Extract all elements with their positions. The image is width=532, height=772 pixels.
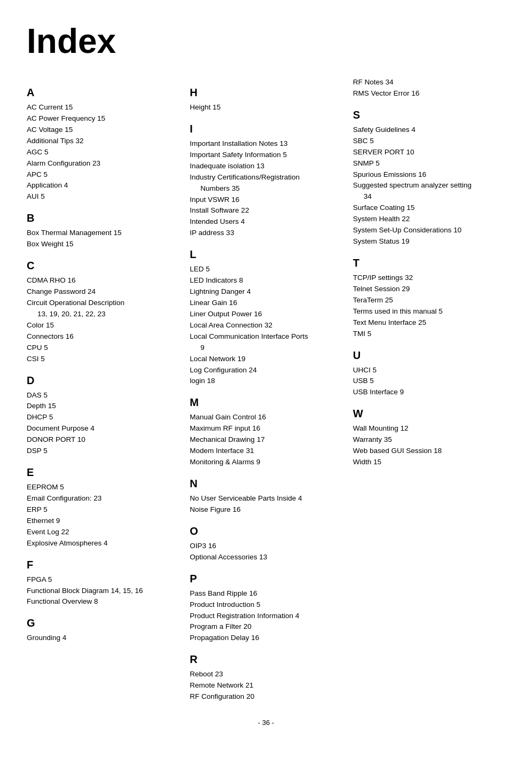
index-entry: Spurious Emissions 16 xyxy=(353,169,505,181)
index-entry: Safety Guidelines 4 xyxy=(353,124,505,136)
section-letter-d: D xyxy=(27,375,179,387)
section-letter-o: O xyxy=(190,525,342,537)
index-entry: Modem Interface 31 xyxy=(190,446,342,457)
index-entry: DAS 5 xyxy=(27,390,179,401)
index-entry: Log Configuration 24 xyxy=(190,365,342,376)
column-3: RF Notes 34RMS Vector Error 16SSafety Gu… xyxy=(353,77,505,703)
index-entry: RF Notes 34 xyxy=(353,77,505,88)
section-letter-u: U xyxy=(353,349,505,362)
index-entry: TCP/IP settings 32 xyxy=(353,272,505,284)
index-entry: AGC 5 xyxy=(27,147,179,158)
index-entry: Install Software 22 xyxy=(190,205,342,216)
index-entry: IP address 33 xyxy=(190,228,342,239)
index-entry: Mechanical Drawing 17 xyxy=(190,434,342,446)
index-entry: Input VSWR 16 xyxy=(190,194,342,206)
index-entry: Important Safety Information 5 xyxy=(190,150,342,161)
index-entry: AC Current 15 xyxy=(27,102,179,113)
index-entry: Depth 15 xyxy=(27,401,179,412)
index-entry: Terms used in this manual 5 xyxy=(353,306,505,317)
section-letter-h: H xyxy=(190,87,342,99)
index-entry: UHCI 5 xyxy=(353,365,505,376)
index-entry: Event Log 22 xyxy=(27,527,179,538)
index-entry: Suggested spectrum analyzer setting xyxy=(353,180,505,191)
page-title: Index xyxy=(27,21,505,61)
index-entry: Optional Accessories 13 xyxy=(190,552,342,563)
section-letter-b: B xyxy=(27,212,179,224)
index-entry: SNMP 5 xyxy=(353,158,505,169)
index-entry: USB 5 xyxy=(353,376,505,387)
index-entry: Surface Coating 15 xyxy=(353,202,505,214)
index-entry: Monitoring & Alarms 9 xyxy=(190,457,342,468)
index-entry: Propagation Delay 16 xyxy=(190,633,342,644)
index-entry: Wall Mounting 12 xyxy=(353,423,505,434)
index-entry: CDMA RHO 16 xyxy=(27,275,179,286)
index-entry: Connectors 16 xyxy=(27,331,179,342)
index-entry: 13, 19, 20, 21, 22, 23 xyxy=(27,309,179,320)
index-entry: SERVER PORT 10 xyxy=(353,147,505,158)
section-letter-a: A xyxy=(27,87,179,99)
index-entry: Document Purpose 4 xyxy=(27,423,179,434)
index-entry: Local Communication Interface Ports xyxy=(190,331,342,342)
index-entry: Warranty 35 xyxy=(353,434,505,446)
index-entry: Important Installation Notes 13 xyxy=(190,138,342,150)
index-entry: 9 xyxy=(190,342,342,354)
index-entry: DSP 5 xyxy=(27,446,179,457)
index-entry: Functional Block Diagram 14, 15, 16 xyxy=(27,586,179,597)
section-letter-c: C xyxy=(27,260,179,272)
index-entry: Remote Network 21 xyxy=(190,680,342,691)
index-entry: Alarm Configuration 23 xyxy=(27,158,179,169)
index-entry: Program a Filter 20 xyxy=(190,621,342,633)
section-letter-s: S xyxy=(353,109,505,121)
index-entry: Inadequate isolation 13 xyxy=(190,161,342,172)
index-entry: AC Voltage 15 xyxy=(27,124,179,136)
index-entry: Height 15 xyxy=(190,102,342,113)
section-letter-g: G xyxy=(27,617,179,629)
index-entry: LED Indicators 8 xyxy=(190,275,342,286)
index-entry: login 18 xyxy=(190,376,342,387)
index-entry: Product Introduction 5 xyxy=(190,599,342,611)
index-entry: Change Password 24 xyxy=(27,286,179,298)
section-letter-r: R xyxy=(190,653,342,666)
index-entry: Telnet Session 29 xyxy=(353,284,505,295)
index-entry: Web based GUI Session 18 xyxy=(353,446,505,457)
index-entry: Manual Gain Control 16 xyxy=(190,412,342,423)
index-entry: Linear Gain 16 xyxy=(190,298,342,309)
index-entry: Lightning Danger 4 xyxy=(190,286,342,298)
index-entry: CSI 5 xyxy=(27,354,179,365)
index-entry: RF Configuration 20 xyxy=(190,691,342,703)
index-entry: TeraTerm 25 xyxy=(353,295,505,306)
index-entry: Grounding 4 xyxy=(27,633,179,644)
section-letter-f: F xyxy=(27,559,179,571)
section-letter-p: P xyxy=(190,573,342,585)
section-letter-i: I xyxy=(190,123,342,135)
index-entry: USB Interface 9 xyxy=(353,387,505,398)
section-letter-n: N xyxy=(190,478,342,490)
section-letter-e: E xyxy=(27,466,179,479)
index-entry: LED 5 xyxy=(190,264,342,275)
index-entry: No User Serviceable Parts Inside 4 xyxy=(190,493,342,504)
index-entry: OIP3 16 xyxy=(190,541,342,552)
index-entry: Reboot 23 xyxy=(190,669,342,680)
column-2: HHeight 15IImportant Installation Notes … xyxy=(190,77,353,703)
index-entry: Box Weight 15 xyxy=(27,239,179,250)
index-columns: AAC Current 15AC Power Frequency 15AC Vo… xyxy=(27,77,505,703)
index-entry: Text Menu Interface 25 xyxy=(353,317,505,329)
index-entry: Pass Band Ripple 16 xyxy=(190,588,342,599)
column-1: AAC Current 15AC Power Frequency 15AC Vo… xyxy=(27,77,190,703)
index-entry: Additional Tips 32 xyxy=(27,136,179,147)
index-entry: System Health 22 xyxy=(353,214,505,225)
index-entry: System Set-Up Considerations 10 xyxy=(353,225,505,236)
index-entry: Noise Figure 16 xyxy=(190,504,342,516)
index-entry: AUI 5 xyxy=(27,191,179,202)
index-entry: Intended Users 4 xyxy=(190,216,342,228)
index-entry: Local Network 19 xyxy=(190,354,342,365)
index-entry: Product Registration Information 4 xyxy=(190,611,342,622)
index-entry: Numbers 35 xyxy=(190,183,342,194)
page-footer: - 36 - xyxy=(27,719,505,727)
index-entry: DONOR PORT 10 xyxy=(27,434,179,446)
index-entry: CPU 5 xyxy=(27,342,179,354)
index-entry: Box Thermal Management 15 xyxy=(27,228,179,239)
index-entry: APC 5 xyxy=(27,169,179,181)
section-letter-w: W xyxy=(353,408,505,420)
index-entry: EEPROM 5 xyxy=(27,482,179,493)
